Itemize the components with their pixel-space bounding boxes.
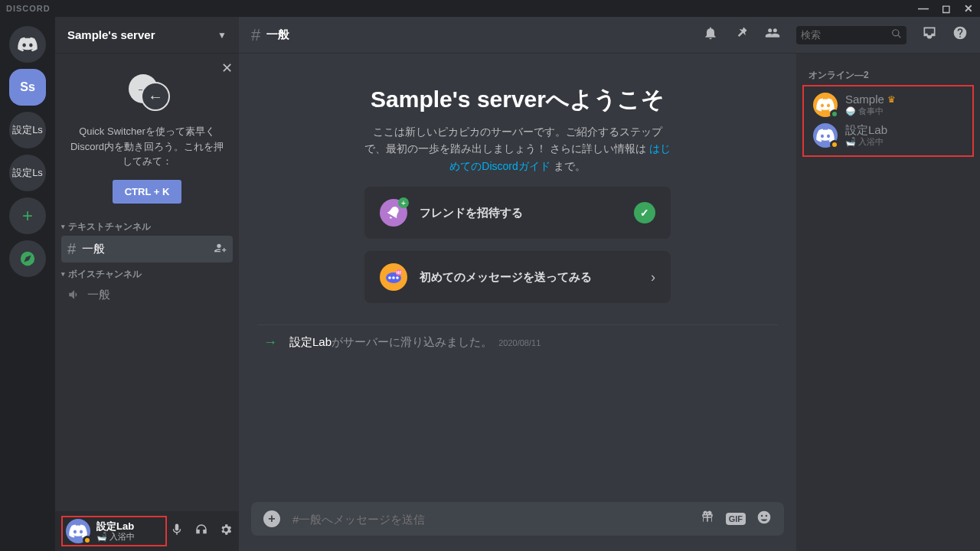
check-icon: ✓: [634, 202, 655, 223]
svg-text:Hi!: Hi!: [397, 270, 402, 275]
status-online-icon: [830, 109, 839, 119]
self-username: 設定Lab: [96, 521, 135, 532]
avatar: [813, 123, 838, 148]
server-name: Sample's server: [67, 28, 155, 41]
svg-point-2: [392, 276, 395, 279]
window-maximize-icon[interactable]: ◻: [942, 3, 952, 14]
server-list: Ss 設定Ls 設定Ls +: [0, 17, 55, 551]
wave-icon: Hi!: [380, 263, 407, 291]
chevron-down-icon: ▾: [61, 270, 65, 278]
deafen-icon[interactable]: [194, 523, 208, 540]
hash-icon: #: [251, 25, 260, 45]
quick-switcher-button[interactable]: CTRL + K: [113, 180, 182, 204]
voice-channel-general[interactable]: 一般: [61, 283, 233, 307]
svg-point-3: [396, 276, 399, 279]
welcome-title: Sample's serverへようこそ: [371, 84, 665, 116]
invite-icon: +: [380, 199, 407, 227]
attach-button[interactable]: +: [263, 510, 280, 527]
chevron-down-icon: ▼: [217, 30, 227, 41]
search-box[interactable]: [796, 26, 906, 44]
gift-icon[interactable]: [700, 510, 715, 529]
message-input[interactable]: [292, 513, 688, 526]
text-channel-general[interactable]: # 一般: [61, 236, 233, 262]
chevron-down-icon: ▾: [61, 223, 65, 230]
onboarding-first-message-card[interactable]: Hi! 初めてのメッセージを送ってみる ›: [364, 251, 671, 303]
add-server-button[interactable]: +: [9, 197, 46, 234]
create-invite-icon[interactable]: [214, 242, 227, 256]
onboarding-step-label: 初めてのメッセージを送ってみる: [420, 270, 639, 285]
onboarding-invite-card[interactable]: + フレンドを招待する ✓: [364, 187, 671, 239]
channel-header: # 一般: [239, 17, 980, 54]
member-item[interactable]: 設定Lab 🛁 入浴中: [807, 120, 969, 151]
help-icon[interactable]: [952, 25, 968, 44]
speaker-icon: [67, 288, 81, 302]
brand-wordmark: DISCORD: [6, 4, 51, 13]
svg-point-1: [388, 276, 391, 279]
search-icon: [891, 28, 902, 41]
join-arrow-icon: →: [263, 334, 277, 350]
member-custom-status: 🍚 食事中: [845, 106, 896, 116]
user-settings-icon[interactable]: [219, 523, 233, 540]
member-list: オンライン—2 Sample ♛ 🍚 食事中: [796, 54, 980, 551]
server-icon[interactable]: 設定Ls: [9, 155, 46, 191]
avatar: [813, 93, 838, 117]
window-minimize-icon[interactable]: —: [918, 3, 929, 14]
category-text-channels[interactable]: ▾ テキストチャンネル: [55, 216, 239, 235]
channel-title: 一般: [266, 28, 289, 42]
member-item[interactable]: Sample ♛ 🍚 食事中: [807, 90, 969, 120]
status-idle-icon: [830, 140, 839, 149]
member-list-toggle-icon[interactable]: [764, 25, 781, 44]
status-idle-icon: [83, 536, 92, 545]
self-avatar[interactable]: [66, 519, 90, 543]
mute-mic-icon[interactable]: [170, 523, 184, 540]
member-custom-status: 🛁 入浴中: [845, 137, 887, 147]
channel-sidebar: Sample's server ▼ ✕ →← Quick Switcherを使っ…: [55, 17, 239, 551]
person-plus-icon: [214, 242, 227, 254]
category-voice-channels[interactable]: ▾ ボイスチャンネル: [55, 263, 239, 282]
explore-button[interactable]: [9, 240, 46, 277]
server-header[interactable]: Sample's server ▼: [55, 17, 239, 54]
plus-icon: +: [398, 197, 409, 208]
member-group-online: オンライン—2: [802, 66, 974, 85]
onboarding-step-label: フレンドを招待する: [420, 206, 622, 220]
server-icon-selected[interactable]: Ss: [9, 69, 46, 106]
home-button[interactable]: [9, 26, 46, 63]
server-icon[interactable]: 設定Ls: [9, 112, 46, 148]
chevron-right-icon: ›: [651, 269, 655, 285]
compass-icon: [19, 250, 36, 267]
emoji-icon[interactable]: [756, 510, 772, 529]
system-join-message: → 設定Labがサーバーに滑り込みました。 2020/08/11: [257, 325, 778, 360]
pinned-messages-icon[interactable]: [733, 25, 749, 44]
quick-switcher-illustration: →←: [67, 66, 227, 119]
notifications-icon[interactable]: [703, 25, 718, 44]
gif-button[interactable]: GIF: [726, 513, 746, 525]
close-icon[interactable]: ✕: [221, 60, 233, 77]
window-close-icon[interactable]: ✕: [964, 3, 974, 14]
self-custom-status: 🛁 入浴中: [96, 532, 135, 541]
search-input[interactable]: [801, 29, 891, 41]
hash-icon: #: [67, 240, 76, 258]
titlebar: DISCORD — ◻ ✕: [0, 0, 980, 17]
inbox-icon[interactable]: [922, 25, 937, 44]
welcome-description: ここは新しいピカピカのサーバーです。ご紹介するステップで、最初の一歩を踏み出しま…: [364, 123, 671, 174]
quick-switcher-card: ✕ →← Quick Switcherを使って素早くDiscord内を動き回ろう…: [55, 54, 239, 216]
owner-crown-icon: ♛: [887, 94, 896, 105]
message-composer[interactable]: + GIF: [251, 502, 784, 536]
user-panel: 設定Lab 🛁 入浴中: [55, 511, 239, 551]
quick-switcher-text: Quick Switcherを使って素早くDiscord内を動き回ろう。これを押…: [67, 124, 227, 169]
discord-logo-icon: [18, 37, 38, 52]
